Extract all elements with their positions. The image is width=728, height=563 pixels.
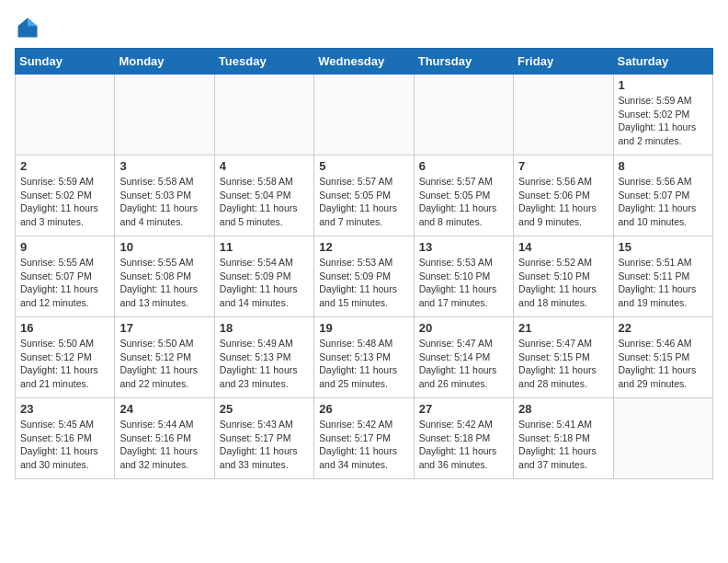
day-info: Sunrise: 5:42 AM Sunset: 5:17 PM Dayligh… [319,418,408,472]
logo-icon [15,15,40,40]
day-info: Sunrise: 5:59 AM Sunset: 5:02 PM Dayligh… [619,94,708,148]
weekday-header: Saturday [613,49,712,75]
day-number: 17 [119,321,209,335]
calendar-cell: 19Sunrise: 5:48 AM Sunset: 5:13 PM Dayli… [314,317,414,398]
day-number: 7 [518,159,608,173]
weekday-header: Monday [115,49,214,75]
day-number: 12 [319,240,408,254]
day-info: Sunrise: 5:58 AM Sunset: 5:03 PM Dayligh… [119,175,209,229]
calendar-cell: 5Sunrise: 5:57 AM Sunset: 5:05 PM Daylig… [314,155,414,236]
calendar-cell: 14Sunrise: 5:52 AM Sunset: 5:10 PM Dayli… [514,236,613,317]
weekday-header: Tuesday [214,49,313,75]
day-info: Sunrise: 5:57 AM Sunset: 5:05 PM Dayligh… [319,175,408,229]
day-info: Sunrise: 5:52 AM Sunset: 5:10 PM Dayligh… [518,256,608,310]
day-number: 20 [419,321,508,335]
day-number: 27 [419,402,508,416]
calendar-cell: 27Sunrise: 5:42 AM Sunset: 5:18 PM Dayli… [414,398,513,479]
calendar-cell: 13Sunrise: 5:53 AM Sunset: 5:10 PM Dayli… [414,236,513,317]
calendar-cell: 12Sunrise: 5:53 AM Sunset: 5:09 PM Dayli… [314,236,414,317]
day-info: Sunrise: 5:47 AM Sunset: 5:15 PM Dayligh… [518,337,608,391]
calendar-cell [115,75,214,155]
day-info: Sunrise: 5:51 AM Sunset: 5:11 PM Dayligh… [619,256,708,310]
day-info: Sunrise: 5:53 AM Sunset: 5:10 PM Dayligh… [419,256,508,310]
day-number: 23 [20,402,109,416]
day-info: Sunrise: 5:54 AM Sunset: 5:09 PM Dayligh… [220,256,309,310]
calendar-cell: 17Sunrise: 5:50 AM Sunset: 5:12 PM Dayli… [115,317,214,398]
calendar-cell: 10Sunrise: 5:55 AM Sunset: 5:08 PM Dayli… [115,236,214,317]
calendar-cell [214,75,313,155]
day-number: 8 [619,159,708,173]
day-info: Sunrise: 5:53 AM Sunset: 5:09 PM Dayligh… [319,256,408,310]
day-info: Sunrise: 5:44 AM Sunset: 5:16 PM Dayligh… [119,418,209,472]
day-number: 26 [319,402,408,416]
day-info: Sunrise: 5:45 AM Sunset: 5:16 PM Dayligh… [20,418,109,472]
calendar-cell: 21Sunrise: 5:47 AM Sunset: 5:15 PM Dayli… [514,317,613,398]
day-info: Sunrise: 5:55 AM Sunset: 5:08 PM Dayligh… [119,256,209,310]
calendar-cell: 22Sunrise: 5:46 AM Sunset: 5:15 PM Dayli… [613,317,712,398]
calendar-cell: 11Sunrise: 5:54 AM Sunset: 5:09 PM Dayli… [214,236,313,317]
calendar-cell: 1Sunrise: 5:59 AM Sunset: 5:02 PM Daylig… [613,75,712,155]
calendar-cell [613,398,712,479]
day-number: 1 [619,78,708,92]
day-info: Sunrise: 5:59 AM Sunset: 5:02 PM Dayligh… [20,175,109,229]
calendar-cell [314,75,414,155]
day-number: 22 [619,321,708,335]
day-number: 28 [518,402,608,416]
calendar-header-row: SundayMondayTuesdayWednesdayThursdayFrid… [16,49,713,75]
day-info: Sunrise: 5:49 AM Sunset: 5:13 PM Dayligh… [220,337,309,391]
calendar-cell: 24Sunrise: 5:44 AM Sunset: 5:16 PM Dayli… [115,398,214,479]
day-number: 2 [20,159,109,173]
calendar-week-row: 23Sunrise: 5:45 AM Sunset: 5:16 PM Dayli… [16,398,713,479]
page-header [15,15,713,40]
calendar-cell: 9Sunrise: 5:55 AM Sunset: 5:07 PM Daylig… [16,236,115,317]
day-info: Sunrise: 5:58 AM Sunset: 5:04 PM Dayligh… [220,175,309,229]
day-info: Sunrise: 5:47 AM Sunset: 5:14 PM Dayligh… [419,337,508,391]
day-number: 14 [518,240,608,254]
calendar-cell: 8Sunrise: 5:56 AM Sunset: 5:07 PM Daylig… [613,155,712,236]
weekday-header: Friday [514,49,613,75]
calendar-cell: 28Sunrise: 5:41 AM Sunset: 5:18 PM Dayli… [514,398,613,479]
day-number: 10 [119,240,209,254]
calendar-cell: 26Sunrise: 5:42 AM Sunset: 5:17 PM Dayli… [314,398,414,479]
day-number: 15 [619,240,708,254]
day-info: Sunrise: 5:50 AM Sunset: 5:12 PM Dayligh… [119,337,209,391]
calendar-cell: 25Sunrise: 5:43 AM Sunset: 5:17 PM Dayli… [214,398,313,479]
calendar-week-row: 16Sunrise: 5:50 AM Sunset: 5:12 PM Dayli… [16,317,713,398]
day-number: 11 [220,240,309,254]
calendar-cell: 18Sunrise: 5:49 AM Sunset: 5:13 PM Dayli… [214,317,313,398]
day-info: Sunrise: 5:56 AM Sunset: 5:07 PM Dayligh… [619,175,708,229]
day-number: 25 [220,402,309,416]
calendar-cell [16,75,115,155]
day-number: 3 [119,159,209,173]
calendar-cell [414,75,513,155]
day-number: 21 [518,321,608,335]
calendar-cell: 23Sunrise: 5:45 AM Sunset: 5:16 PM Dayli… [16,398,115,479]
calendar-week-row: 2Sunrise: 5:59 AM Sunset: 5:02 PM Daylig… [16,155,713,236]
calendar-cell: 7Sunrise: 5:56 AM Sunset: 5:06 PM Daylig… [514,155,613,236]
day-number: 9 [20,240,109,254]
calendar-cell [514,75,613,155]
day-number: 24 [119,402,209,416]
day-number: 13 [419,240,508,254]
day-info: Sunrise: 5:57 AM Sunset: 5:05 PM Dayligh… [419,175,508,229]
day-number: 4 [220,159,309,173]
calendar-cell: 15Sunrise: 5:51 AM Sunset: 5:11 PM Dayli… [613,236,712,317]
day-number: 6 [419,159,508,173]
calendar-cell: 6Sunrise: 5:57 AM Sunset: 5:05 PM Daylig… [414,155,513,236]
calendar-cell: 20Sunrise: 5:47 AM Sunset: 5:14 PM Dayli… [414,317,513,398]
day-info: Sunrise: 5:48 AM Sunset: 5:13 PM Dayligh… [319,337,408,391]
day-info: Sunrise: 5:55 AM Sunset: 5:07 PM Dayligh… [20,256,109,310]
weekday-header: Wednesday [314,49,414,75]
calendar-week-row: 1Sunrise: 5:59 AM Sunset: 5:02 PM Daylig… [16,75,713,155]
logo [15,15,44,40]
weekday-header: Thursday [414,49,513,75]
day-info: Sunrise: 5:46 AM Sunset: 5:15 PM Dayligh… [619,337,708,391]
day-info: Sunrise: 5:42 AM Sunset: 5:18 PM Dayligh… [419,418,508,472]
day-number: 16 [20,321,109,335]
calendar-week-row: 9Sunrise: 5:55 AM Sunset: 5:07 PM Daylig… [16,236,713,317]
calendar-cell: 4Sunrise: 5:58 AM Sunset: 5:04 PM Daylig… [214,155,313,236]
day-number: 18 [220,321,309,335]
svg-marker-1 [28,18,38,27]
day-info: Sunrise: 5:50 AM Sunset: 5:12 PM Dayligh… [20,337,109,391]
day-info: Sunrise: 5:41 AM Sunset: 5:18 PM Dayligh… [518,418,608,472]
